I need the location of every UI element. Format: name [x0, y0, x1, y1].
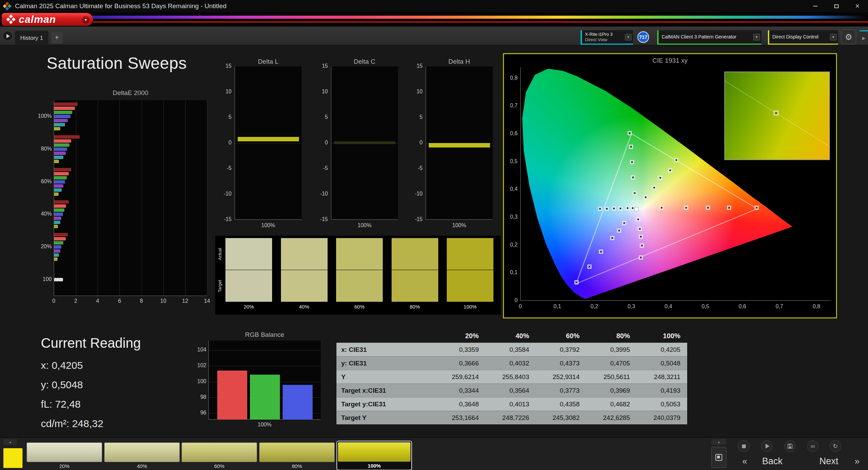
rgb-balance-chart: RGB Balance 100% 1041021009896: [188, 331, 334, 436]
cie-zoom-inset: [724, 72, 830, 160]
deltae-bar: [54, 127, 60, 130]
run-icon: [6, 34, 10, 38]
refresh-icon: ↻: [833, 442, 838, 450]
thumb-label: 80%: [259, 462, 335, 470]
table-cell: 250,5611: [586, 370, 637, 383]
deltae-gridline: [76, 100, 76, 296]
cie-x-tick-label: 0,6: [736, 303, 749, 310]
delta-y-tick-label: -15: [407, 216, 423, 222]
deltae-bar: [54, 156, 63, 159]
cie-1931-panel: CIE 1931 xy 00,10,20,30,40,50,60,70,8 00…: [503, 53, 837, 318]
maximize-button[interactable]: [826, 0, 847, 12]
swatch-label: 100%: [447, 304, 493, 310]
deltae-x-tick-label: 10: [158, 298, 168, 304]
play-icon: [766, 444, 770, 449]
thumb-color-block: [182, 442, 257, 462]
save-button[interactable]: [784, 440, 796, 452]
close-button[interactable]: ×: [847, 0, 868, 12]
pattern-generator-label: CalMAN Client 3 Pattern Generator: [662, 34, 736, 40]
settings-button[interactable]: ⚙: [841, 30, 856, 44]
page-title: Saturation Sweeps: [47, 54, 187, 73]
stop-button[interactable]: [738, 440, 749, 452]
table-cell: 252,9314: [536, 370, 586, 383]
target-row-label: Target: [216, 270, 223, 302]
calman-logo-text: calman: [19, 14, 56, 25]
pattern-thumb-20%[interactable]: 20%: [27, 442, 102, 470]
close-icon: ×: [855, 2, 860, 11]
table-row: y: CIE310,36660,40320,43730,47050,5048: [336, 356, 687, 370]
deltae-bar: [54, 176, 67, 179]
table-cell: 255,8403: [486, 370, 536, 383]
delta-l-plot: [235, 66, 302, 220]
chevron-down-icon[interactable]: ▼: [753, 34, 760, 41]
chevron-up-icon: ▲: [717, 440, 721, 444]
stop-icon: [742, 444, 746, 448]
next-button[interactable]: Next: [808, 454, 850, 468]
refresh-button[interactable]: ↻: [830, 440, 841, 452]
pattern-thumb-100%[interactable]: 100%: [336, 441, 412, 470]
delta-h-title: Delta H: [426, 58, 493, 65]
display-control-dropdown[interactable]: Direct Display Control ▼: [768, 30, 838, 45]
delta-l-x-label: 100%: [235, 222, 302, 229]
deltae-bar: [54, 143, 69, 147]
deltae-group-label: 80%: [34, 146, 52, 152]
tab-history-1[interactable]: History 1: [15, 31, 48, 45]
rgb-bar-blue: [283, 385, 313, 420]
swatch-label: 40%: [281, 304, 328, 310]
meter-dropdown[interactable]: X-Rite i1Pro 3 Direct View ▼: [581, 30, 633, 45]
pattern-window-icon: [715, 454, 722, 461]
pattern-window-button[interactable]: [711, 447, 726, 468]
continuous-read-button[interactable]: ∞: [807, 440, 819, 452]
prev-page-chevron[interactable]: «: [739, 454, 751, 468]
deltae-bar: [54, 123, 65, 126]
pattern-generator-dropdown[interactable]: CalMAN Client 3 Pattern Generator ▼: [657, 30, 761, 45]
table-cell: 0,4205: [637, 343, 687, 356]
results-table-body: x: CIE310,33590,35840,37920,39950,4205y:…: [336, 343, 687, 424]
pattern-thumb-40%[interactable]: 40%: [104, 442, 180, 470]
delta-y-tick-label: 10: [312, 89, 328, 95]
cie-measured-marker: [660, 207, 663, 209]
play-button[interactable]: [761, 440, 773, 452]
side-panel-toggle[interactable]: ▶: [859, 30, 868, 45]
patch-preview: [3, 448, 22, 468]
rgb-gridline: [209, 366, 321, 366]
thumb-label: 60%: [182, 462, 257, 470]
rgb-y-tick-label: 96: [188, 410, 206, 416]
add-tab-button[interactable]: +: [51, 32, 63, 44]
deltae-bar: [54, 249, 60, 253]
run-button[interactable]: [3, 31, 13, 41]
cie-measured-marker: [600, 251, 602, 253]
calman-menu-button[interactable]: calman ▼: [2, 13, 93, 26]
pattern-thumb-80%[interactable]: 80%: [259, 442, 335, 470]
zero-line: [235, 143, 302, 143]
meter-name: X-Rite i1Pro 3: [585, 32, 624, 37]
back-button[interactable]: Back: [751, 454, 793, 468]
collapse-left-button[interactable]: ▲: [3, 439, 17, 445]
collapse-right-button[interactable]: ▲: [711, 439, 726, 445]
delta-y-tick-label: 15: [312, 63, 328, 69]
deltae-bar: [54, 168, 71, 171]
table-header-cell: 60%: [536, 329, 586, 343]
next-page-chevron[interactable]: »: [851, 454, 863, 468]
deltae-bar: [54, 160, 59, 163]
deltae-bar: [54, 257, 58, 261]
actual-row-label: Actual: [216, 239, 223, 269]
minimize-button[interactable]: [805, 0, 826, 12]
deltae-group-label: 20%: [34, 244, 52, 250]
delta-y-tick-label: 0: [216, 140, 232, 146]
table-row-label: Target y:CIE31: [336, 397, 435, 411]
save-icon: [787, 443, 793, 449]
chevron-down-icon[interactable]: ▼: [830, 34, 837, 41]
cie-y-tick-label: 0,7: [504, 103, 518, 109]
tab-bar: History 1 + X-Rite i1Pro 3 Direct View ▼…: [0, 27, 868, 45]
pattern-thumb-60%[interactable]: 60%: [182, 442, 257, 470]
chevron-down-icon[interactable]: ▼: [625, 34, 632, 41]
table-cell: 0,3666: [435, 357, 486, 370]
table-cell: 0,4373: [536, 357, 586, 370]
rainbow-strip: [0, 16, 868, 19]
display-control-label: Direct Display Control: [772, 34, 818, 40]
deltae-2000-chart: DeltaE 2000 100%80%60%40%20%100 02468101…: [34, 89, 209, 316]
reading-y: y: 0,5048: [41, 379, 141, 398]
rgb-plot: [208, 341, 321, 420]
cie-y-tick-label: 0,3: [504, 214, 518, 220]
